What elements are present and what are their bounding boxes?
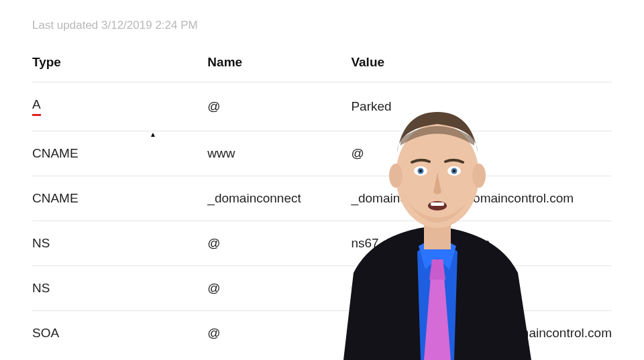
cell-value: Primary nameserver: ns67.domaincontrol.c… (351, 311, 612, 356)
column-header-type: Type (32, 55, 207, 82)
table-row[interactable]: SOA @ Primary nameserver: ns67.domaincon… (32, 311, 612, 356)
cell-type: CNAME (32, 176, 207, 221)
cell-name: @ (207, 82, 351, 131)
column-header-name: Name (207, 55, 351, 82)
cell-name: @ (207, 221, 351, 266)
cell-name: @ (207, 266, 351, 311)
cell-type: A (32, 82, 207, 131)
table-row[interactable]: A @ Parked (32, 82, 612, 131)
cell-value: _domainconnect.gd.domaincontrol.com (351, 176, 612, 221)
cell-name: _domainconnect (207, 176, 351, 221)
table-row[interactable]: NS @ ns68.domaincontrol.com (32, 266, 612, 311)
cell-type: CNAME (32, 131, 207, 176)
cell-type: SOA (32, 311, 207, 356)
last-updated-text: Last updated 3/12/2019 2:24 PM (32, 19, 612, 32)
cell-value: ns67.domaincontrol.com (351, 221, 612, 266)
cell-name: www (207, 131, 351, 176)
table-row[interactable]: CNAME www @ (32, 131, 612, 176)
cell-value: ns68.domaincontrol.com (351, 266, 612, 311)
cell-type: NS (32, 266, 207, 311)
dns-records-table: Type Name Value A @ Parked CNAME www @ C… (32, 55, 612, 355)
cell-type: NS (32, 221, 207, 266)
table-row[interactable]: CNAME _domainconnect _domainconnect.gd.d… (32, 176, 612, 221)
cell-name: @ (207, 311, 351, 356)
cell-value: Parked (351, 82, 612, 131)
table-row[interactable]: NS @ ns67.domaincontrol.com (32, 221, 612, 266)
cell-value: @ (351, 131, 612, 176)
column-header-value: Value (351, 55, 612, 82)
